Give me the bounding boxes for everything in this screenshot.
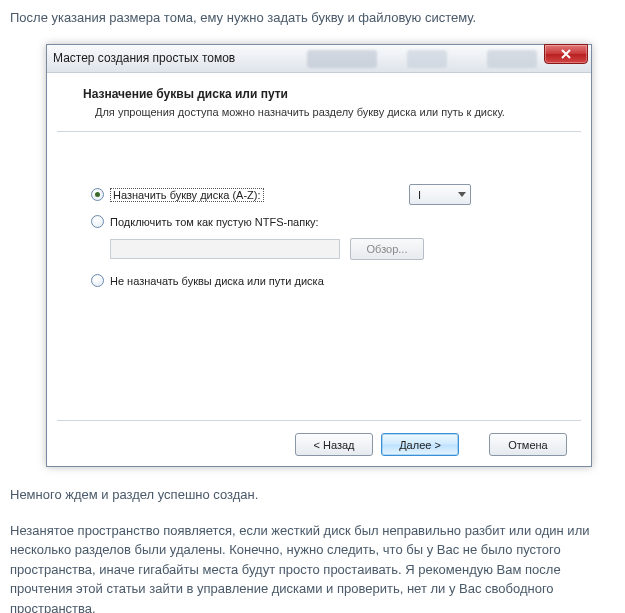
wizard-header: Назначение буквы диска или пути Для упро… xyxy=(57,83,581,133)
cancel-button[interactable]: Отмена xyxy=(489,433,567,456)
drive-letter-select[interactable]: I xyxy=(409,184,471,205)
mount-path-input xyxy=(110,239,340,259)
option-no-assign-row: Не назначать буквы диска или пути диска xyxy=(91,274,561,287)
next-button[interactable]: Далее > xyxy=(381,433,459,456)
radio-mount-folder[interactable] xyxy=(91,215,104,228)
radio-assign-letter-label[interactable]: Назначить букву диска (A-Z): xyxy=(110,189,264,201)
dialog-content: Назначение буквы диска или пути Для упро… xyxy=(47,73,591,467)
blur-decoration xyxy=(307,50,377,68)
mount-path-controls: Обзор... xyxy=(110,238,561,260)
radio-no-assign[interactable] xyxy=(91,274,104,287)
option-mount-folder-row: Подключить том как пустую NTFS-папку: xyxy=(91,215,561,228)
blur-decoration xyxy=(407,50,447,68)
radio-assign-letter[interactable] xyxy=(91,188,104,201)
window-title: Мастер создания простых томов xyxy=(53,51,235,65)
article-intro: После указания размера тома, ему нужно з… xyxy=(10,8,615,28)
browse-button: Обзор... xyxy=(350,238,424,260)
close-icon xyxy=(560,48,572,60)
dialog-container: Мастер создания простых томов Назначение… xyxy=(46,44,625,468)
wizard-body: Назначить букву диска (A-Z): I Подключит… xyxy=(63,132,575,420)
blur-decoration xyxy=(487,50,537,68)
radio-no-assign-label[interactable]: Не назначать буквы диска или пути диска xyxy=(110,275,324,287)
wizard-step-subtitle: Для упрощения доступа можно назначить ра… xyxy=(95,105,535,120)
wizard-footer: < Назад Далее > Отмена xyxy=(57,420,581,456)
drive-letter-value: I xyxy=(418,189,421,201)
back-button[interactable]: < Назад xyxy=(295,433,373,456)
wizard-step-title: Назначение буквы диска или пути xyxy=(83,87,571,101)
radio-mount-folder-label[interactable]: Подключить том как пустую NTFS-папку: xyxy=(110,216,319,228)
chevron-down-icon xyxy=(458,192,466,197)
article-outro-2: Незанятое пространство появляется, если … xyxy=(10,521,615,613)
close-button[interactable] xyxy=(544,44,588,64)
titlebar[interactable]: Мастер создания простых томов xyxy=(47,45,591,73)
wizard-dialog: Мастер создания простых томов Назначение… xyxy=(46,44,592,468)
article-outro-1: Немного ждем и раздел успешно создан. xyxy=(10,485,615,505)
option-assign-letter-row: Назначить букву диска (A-Z): I xyxy=(91,184,561,205)
